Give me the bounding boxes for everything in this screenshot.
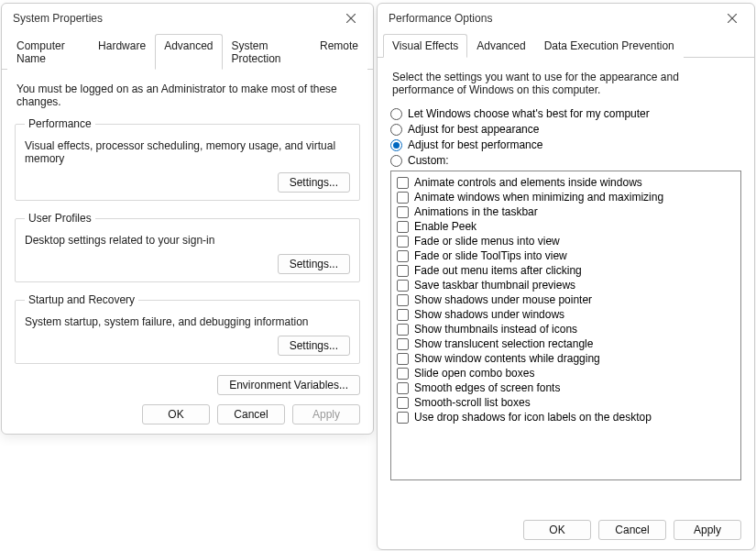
user-profiles-group: User Profiles Desktop settings related t… <box>15 212 360 282</box>
effect-item[interactable]: Animate controls and elements inside win… <box>397 175 735 190</box>
checkbox-icon <box>397 221 409 233</box>
performance-options-dialog: Performance Options Visual Effects Advan… <box>377 3 755 550</box>
effect-label: Slide open combo boxes <box>414 367 534 380</box>
radio-option[interactable]: Let Windows choose what's best for my co… <box>390 107 741 120</box>
content-area: Select the settings you want to use for … <box>378 58 754 488</box>
user-profiles-legend: User Profiles <box>25 212 95 225</box>
performance-desc: Visual effects, processor scheduling, me… <box>25 139 350 165</box>
close-icon <box>728 14 737 23</box>
radio-option[interactable]: Adjust for best appearance <box>390 123 741 136</box>
effect-item[interactable]: Fade or slide ToolTips into view <box>397 248 735 263</box>
cancel-button[interactable]: Cancel <box>598 520 666 540</box>
tab-computer-name[interactable]: Computer Name <box>7 34 89 70</box>
effect-label: Show translucent selection rectangle <box>414 337 593 350</box>
ok-button[interactable]: OK <box>523 520 591 540</box>
effect-label: Animate windows when minimizing and maxi… <box>414 191 663 204</box>
effect-item[interactable]: Show translucent selection rectangle <box>397 336 735 351</box>
effect-item[interactable]: Save taskbar thumbnail previews <box>397 278 735 292</box>
tab-advanced[interactable]: Advanced <box>467 34 534 58</box>
effect-label: Use drop shadows for icon labels on the … <box>414 411 652 424</box>
effect-item[interactable]: Slide open combo boxes <box>397 366 735 380</box>
radio-label: Adjust for best appearance <box>408 123 539 136</box>
radio-group: Let Windows choose what's best for my co… <box>390 107 741 167</box>
radio-icon <box>390 124 402 136</box>
effect-item[interactable]: Show shadows under windows <box>397 307 735 322</box>
effect-label: Show window contents while dragging <box>414 352 600 365</box>
effect-label: Animations in the taskbar <box>414 205 538 218</box>
checkbox-icon <box>397 280 409 292</box>
effect-label: Animate controls and elements inside win… <box>414 176 642 189</box>
radio-label: Adjust for best performance <box>408 138 542 151</box>
tabs: Visual Effects Advanced Data Execution P… <box>378 33 754 58</box>
user-profiles-settings-button[interactable]: Settings... <box>278 254 350 274</box>
checkbox-icon <box>397 397 409 409</box>
tab-system-protection[interactable]: System Protection <box>223 34 311 70</box>
effect-item[interactable]: Fade or slide menus into view <box>397 234 735 248</box>
effect-item[interactable]: Animations in the taskbar <box>397 204 735 219</box>
checkbox-icon <box>397 265 409 277</box>
tab-remote[interactable]: Remote <box>311 34 367 70</box>
checkbox-icon <box>397 338 409 350</box>
effect-item[interactable]: Show shadows under mouse pointer <box>397 292 735 307</box>
ok-button[interactable]: OK <box>142 404 210 424</box>
titlebar: System Properties <box>2 4 373 31</box>
environment-variables-button[interactable]: Environment Variables... <box>217 375 360 395</box>
effect-label: Fade or slide menus into view <box>414 235 560 248</box>
effect-item[interactable]: Enable Peek <box>397 219 735 234</box>
tab-visual-effects[interactable]: Visual Effects <box>383 34 467 58</box>
checkbox-icon <box>397 192 409 204</box>
checkbox-icon <box>397 294 409 306</box>
effect-label: Fade or slide ToolTips into view <box>414 249 567 262</box>
apply-button[interactable]: Apply <box>292 404 360 424</box>
effect-label: Enable Peek <box>414 220 477 233</box>
startup-recovery-group: Startup and Recovery System startup, sys… <box>15 293 360 364</box>
user-profiles-desc: Desktop settings related to your sign-in <box>25 234 350 247</box>
performance-legend: Performance <box>25 117 95 130</box>
cancel-button[interactable]: Cancel <box>217 404 285 424</box>
effect-item[interactable]: Fade out menu items after clicking <box>397 263 735 278</box>
effect-label: Show shadows under mouse pointer <box>414 293 592 306</box>
checkbox-icon <box>397 353 409 365</box>
radio-option[interactable]: Adjust for best performance <box>390 138 741 151</box>
content-area: You must be logged on as an Administrato… <box>2 70 373 402</box>
intro-text: Select the settings you want to use for … <box>392 71 740 96</box>
close-button[interactable] <box>719 8 745 28</box>
titlebar: Performance Options <box>378 4 754 31</box>
effect-label: Show shadows under windows <box>414 308 564 321</box>
radio-option[interactable]: Custom: <box>390 154 741 167</box>
effect-item[interactable]: Animate windows when minimizing and maxi… <box>397 190 735 204</box>
close-button[interactable] <box>338 8 364 28</box>
radio-icon <box>390 108 402 120</box>
performance-group: Performance Visual effects, processor sc… <box>15 117 360 201</box>
close-icon <box>346 14 356 23</box>
tab-hardware[interactable]: Hardware <box>89 34 155 70</box>
effect-item[interactable]: Smooth edges of screen fonts <box>397 380 735 395</box>
tab-dep[interactable]: Data Execution Prevention <box>535 34 684 58</box>
checkbox-icon <box>397 206 409 218</box>
radio-label: Custom: <box>408 154 449 167</box>
effect-label: Smooth-scroll list boxes <box>414 396 531 409</box>
effect-label: Fade out menu items after clicking <box>414 264 582 277</box>
effect-label: Show thumbnails instead of icons <box>414 323 577 336</box>
performance-settings-button[interactable]: Settings... <box>278 172 350 193</box>
tab-advanced[interactable]: Advanced <box>155 34 222 70</box>
effects-list[interactable]: Animate controls and elements inside win… <box>390 171 741 480</box>
effect-item[interactable]: Show thumbnails instead of icons <box>397 322 735 336</box>
startup-recovery-settings-button[interactable]: Settings... <box>278 336 350 356</box>
effect-label: Save taskbar thumbnail previews <box>414 279 575 292</box>
checkbox-icon <box>397 382 409 394</box>
checkbox-icon <box>397 412 409 424</box>
window-title: System Properties <box>13 12 103 25</box>
effect-item[interactable]: Smooth-scroll list boxes <box>397 395 735 410</box>
startup-recovery-desc: System startup, system failure, and debu… <box>25 315 350 328</box>
admin-notice: You must be logged on as an Administrato… <box>16 83 358 108</box>
checkbox-icon <box>397 309 409 321</box>
checkbox-icon <box>397 250 409 262</box>
effect-item[interactable]: Show window contents while dragging <box>397 351 735 366</box>
startup-recovery-legend: Startup and Recovery <box>25 293 138 306</box>
radio-icon <box>390 155 402 167</box>
apply-button[interactable]: Apply <box>674 520 741 540</box>
checkbox-icon <box>397 177 409 189</box>
radio-label: Let Windows choose what's best for my co… <box>408 107 650 120</box>
effect-item[interactable]: Use drop shadows for icon labels on the … <box>397 410 735 424</box>
